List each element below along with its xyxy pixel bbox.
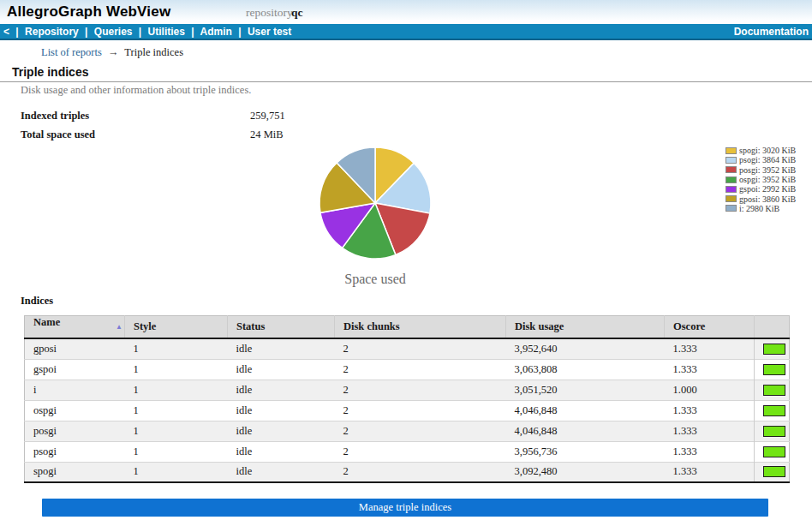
breadcrumb: List of reports → Triple indices: [41, 46, 183, 59]
cell-name: i: [25, 380, 125, 400]
cell-oscore: 1.333: [665, 441, 755, 462]
breadcrumb-arrow-icon: →: [108, 46, 119, 58]
repository-label: repository: [246, 6, 293, 20]
nav-item-user-test[interactable]: User test: [248, 26, 291, 38]
cell-status: idle: [228, 462, 335, 482]
cell-disk_chunks: 2: [335, 380, 506, 400]
cell-status: idle: [228, 380, 335, 400]
cell-disk_usage: 3,956,736: [506, 441, 665, 462]
space-used-pie-chart: [315, 143, 435, 263]
legend-item-psogi: psogi: 3864 KiB: [725, 155, 796, 164]
stat-total-space-used: Total space used 24 MiB: [21, 129, 285, 147]
column-header-disk-usage[interactable]: Disk usage: [506, 316, 665, 339]
usage-bar: [763, 426, 785, 437]
cell-oscore: 1.333: [665, 359, 755, 380]
column-header-disk-chunks[interactable]: Disk chunks: [335, 316, 506, 339]
legend-label: ospgi: 3952 KiB: [739, 175, 796, 184]
cell-oscore: 1.333: [665, 421, 755, 441]
legend-swatch-ospgi: [725, 176, 737, 183]
legend-label: psogi: 3864 KiB: [739, 155, 796, 164]
cell-oscore: 1.333: [665, 400, 755, 421]
table-header-row: Name▲ Style Status Disk chunks Disk usag…: [25, 316, 790, 339]
nav-item-repository[interactable]: Repository: [25, 26, 79, 38]
cell-oscore: 1.333: [665, 462, 755, 482]
stat-indexed-triples: Indexed triples 259,751: [21, 110, 285, 129]
cell-disk_usage: 3,092,480: [506, 462, 665, 482]
legend-swatch-gspoi: [725, 186, 737, 193]
stat-value: 24 MiB: [250, 129, 284, 147]
cell-usage-bar: [755, 400, 790, 421]
stat-value: 259,751: [250, 110, 285, 129]
cell-disk_chunks: 2: [335, 338, 506, 359]
table-row-gspoi[interactable]: gspoi1idle23,063,8081.333: [25, 359, 790, 380]
breadcrumb-current: Triple indices: [124, 46, 183, 58]
cell-usage-bar: [755, 421, 790, 441]
cell-name: gspoi: [25, 359, 125, 380]
column-header-name[interactable]: Name▲: [25, 316, 125, 339]
main-navbar: < | Repository | Queries | Utilities | A…: [0, 24, 812, 40]
cell-disk_usage: 3,051,520: [506, 380, 665, 400]
nav-separator: |: [238, 26, 241, 38]
column-header-status[interactable]: Status: [228, 316, 335, 339]
legend-item-spogi: spogi: 3020 KiB: [725, 146, 796, 155]
cell-name: gposi: [25, 338, 125, 359]
indices-section-label: Indices: [21, 295, 53, 308]
cell-style: 1: [125, 380, 228, 400]
table-row-i[interactable]: i1idle23,051,5201.000: [25, 380, 790, 400]
table-row-spogi[interactable]: spogi1idle23,092,4801.333: [25, 462, 790, 482]
table-row-posgi[interactable]: posgi1idle24,046,8481.333: [25, 421, 790, 441]
legend-item-gspoi: gspoi: 2992 KiB: [725, 184, 796, 194]
cell-name: spogi: [25, 462, 125, 482]
chart-legend: spogi: 3020 KiBpsogi: 3864 KiBposgi: 395…: [725, 146, 796, 213]
cell-disk_usage: 3,952,640: [506, 338, 665, 359]
cell-style: 1: [125, 338, 228, 359]
nav-separator: |: [191, 26, 194, 38]
table-row-ospgi[interactable]: ospgi1idle24,046,8481.333: [25, 400, 790, 421]
cell-oscore: 1.333: [665, 338, 755, 359]
cell-name: psogi: [25, 441, 125, 462]
stats-section: Indexed triples 259,751 Total space used…: [21, 110, 285, 147]
column-header-oscore[interactable]: Oscore: [665, 316, 755, 339]
breadcrumb-link-list-of-reports[interactable]: List of reports: [41, 46, 102, 58]
legend-label: spogi: 3020 KiB: [739, 146, 796, 155]
column-header-style[interactable]: Style: [125, 316, 228, 339]
column-header-label: Name: [33, 316, 60, 328]
nav-item-admin[interactable]: Admin: [200, 26, 231, 38]
cell-disk_chunks: 2: [335, 400, 506, 421]
legend-label: gspoi: 2992 KiB: [739, 184, 796, 194]
cell-disk_chunks: 2: [335, 441, 506, 462]
allegrograph-webview-page: AllegroGraph WebView repository qc < | R…: [0, 0, 812, 526]
cell-style: 1: [125, 462, 228, 482]
legend-item-i: i: 2980 KiB: [725, 204, 796, 213]
nav-item-utilities[interactable]: Utilities: [148, 26, 185, 38]
cell-style: 1: [125, 400, 228, 421]
cell-disk_chunks: 2: [335, 359, 506, 380]
cell-status: idle: [228, 441, 335, 462]
cell-usage-bar: [755, 462, 790, 482]
cell-disk_chunks: 2: [335, 421, 506, 441]
nav-item-queries[interactable]: Queries: [94, 26, 133, 38]
legend-label: gposi: 3860 KiB: [739, 194, 796, 204]
page-title: Triple indices: [0, 65, 812, 82]
column-header-usage-bar: [755, 316, 790, 339]
legend-label: posgi: 3952 KiB: [739, 165, 796, 175]
usage-bar: [763, 466, 785, 477]
usage-bar: [763, 364, 785, 375]
manage-triple-indices-button[interactable]: Manage triple indices: [42, 499, 768, 517]
legend-item-posgi: posgi: 3952 KiB: [725, 165, 796, 175]
stat-label: Indexed triples: [21, 110, 250, 129]
nav-separator: |: [139, 26, 141, 38]
cell-usage-bar: [755, 338, 790, 359]
stat-label: Total space used: [21, 129, 250, 147]
cell-disk_usage: 4,046,848: [506, 421, 665, 441]
table-row-gposi[interactable]: gposi1idle23,952,6401.333: [25, 338, 790, 359]
nav-back-arrow[interactable]: <: [3, 26, 9, 38]
usage-bar: [763, 385, 785, 396]
cell-style: 1: [125, 359, 228, 380]
usage-bar: [763, 446, 785, 457]
nav-link-documentation[interactable]: Documentation: [734, 26, 809, 38]
legend-item-gposi: gposi: 3860 KiB: [725, 194, 796, 203]
cell-disk_usage: 4,046,848: [506, 400, 665, 421]
usage-bar: [763, 344, 785, 355]
table-row-psogi[interactable]: psogi1idle23,956,7361.333: [25, 441, 790, 462]
